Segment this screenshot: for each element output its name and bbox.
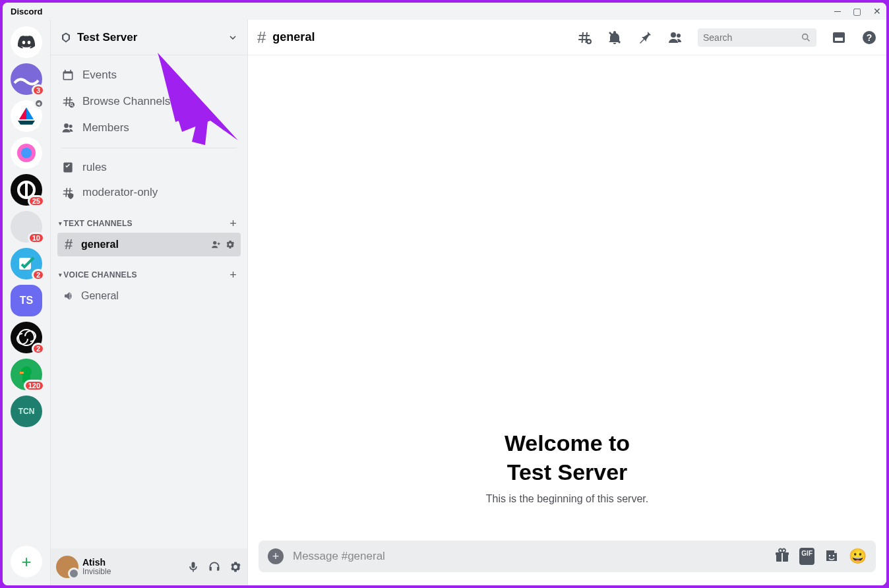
emoji-button[interactable]: 😀 (849, 548, 867, 565)
nav-members[interactable]: Members (56, 115, 242, 141)
composer-actions: GIF 😀 (774, 548, 867, 565)
server-item-srv-p[interactable]: 25 (11, 174, 42, 206)
nav-browse[interactable]: Browse Channels (56, 88, 242, 115)
svg-rect-32 (835, 38, 843, 41)
nav-label: Browse Channels (82, 95, 170, 108)
speaker-icon (63, 290, 75, 302)
svg-marker-0 (19, 107, 26, 119)
welcome-heading: Welcome to Test Server (486, 428, 648, 486)
gear-icon[interactable] (225, 239, 235, 250)
window-controls: ─ ▢ ✕ (834, 6, 881, 16)
message-composer: + GIF 😀 (259, 541, 876, 572)
notification-badge: 2 (32, 269, 45, 281)
channel-label: General (81, 290, 119, 302)
threads-button[interactable] (576, 30, 592, 45)
category-header[interactable]: ▾TEXT CHANNELS+ (56, 216, 242, 231)
server-item-srv-check[interactable]: 2 (11, 248, 42, 279)
server-item-srv-ts[interactable]: TS (11, 285, 42, 316)
svg-rect-26 (588, 40, 590, 43)
settings-button[interactable] (229, 560, 242, 573)
category-header[interactable]: ▾VOICE CHANNELS+ (56, 267, 242, 283)
minimize-button[interactable]: ─ (834, 6, 841, 16)
svg-rect-22 (63, 163, 72, 173)
svg-rect-14 (65, 70, 66, 73)
notification-badge: 10 (28, 232, 45, 244)
search-icon (801, 32, 811, 43)
titlebar: Discord ─ ▢ ✕ (3, 3, 886, 20)
channel-toolbar: ? (576, 28, 877, 47)
attach-button[interactable]: + (268, 548, 284, 564)
channel-content: Welcome to Test Server This is the begin… (248, 55, 886, 541)
user-status: Invisible (82, 568, 183, 577)
channel-general[interactable]: #general (57, 233, 241, 256)
speaker-icon (34, 98, 44, 109)
server-name: Test Server (77, 31, 228, 44)
channel-header: # general ? (248, 20, 886, 55)
maximize-button[interactable]: ▢ (853, 6, 861, 16)
svg-rect-37 (782, 552, 783, 562)
svg-point-28 (671, 32, 676, 38)
server-item-srv-wave[interactable]: 3 (11, 63, 42, 95)
gift-button[interactable] (774, 548, 790, 565)
svg-point-21 (69, 125, 73, 128)
pinned-button[interactable] (637, 30, 653, 45)
svg-point-39 (833, 555, 835, 557)
deafen-button[interactable] (208, 560, 221, 573)
server-rail: 325102TS2120TCN+ (3, 20, 50, 585)
inbox-button[interactable] (831, 30, 847, 45)
hash-shield-icon (61, 186, 75, 199)
server-item-home[interactable] (11, 26, 42, 58)
channel-list: EventsBrowse ChannelsMembers rulesmodera… (51, 55, 247, 548)
server-boost-icon (60, 32, 72, 44)
welcome-line2: Test Server (507, 459, 628, 485)
nav-calendar[interactable]: Events (56, 62, 242, 88)
members-icon (61, 121, 75, 134)
server-item-srv-blank[interactable]: 10 (11, 211, 42, 243)
channel-moderator-only[interactable]: moderator-only (56, 180, 242, 205)
server-header[interactable]: Test Server (51, 20, 247, 55)
server-item-srv-knot[interactable]: 2 (11, 322, 42, 353)
user-panel: Atish Invisible (51, 548, 247, 585)
mute-button[interactable] (187, 560, 200, 573)
svg-text:?: ? (867, 32, 873, 43)
server-item-srv-boat[interactable] (11, 100, 42, 132)
members-button[interactable] (667, 30, 683, 45)
server-item-srv-green[interactable]: 120 (11, 359, 42, 390)
add-channel-button[interactable]: + (230, 217, 239, 231)
category-label: TEXT CHANNELS (63, 219, 230, 228)
help-button[interactable]: ? (861, 30, 877, 45)
chevron-down-icon: ▾ (59, 272, 62, 278)
gif-button[interactable]: GIF (799, 548, 814, 565)
svg-rect-16 (64, 74, 72, 79)
channel-rules[interactable]: rules (56, 155, 242, 180)
welcome-subtitle: This is the beginning of this server. (486, 493, 648, 505)
server-item-srv-face[interactable] (11, 137, 42, 169)
close-button[interactable]: ✕ (873, 6, 881, 16)
app-body: 325102TS2120TCN+ Test Server EventsBrows… (3, 20, 886, 585)
search-box[interactable] (698, 28, 816, 47)
svg-marker-1 (26, 107, 34, 119)
user-info[interactable]: Atish Invisible (82, 557, 183, 577)
notification-badge: 3 (32, 84, 45, 96)
server-item-srv-tcn[interactable]: TCN (11, 396, 42, 427)
channel-label: moderator-only (82, 186, 158, 199)
channel-general[interactable]: General (57, 284, 241, 308)
add-server-button[interactable]: + (11, 546, 42, 577)
hash-icon: # (63, 236, 75, 253)
notifications-button[interactable] (607, 30, 623, 45)
svg-point-4 (21, 148, 32, 158)
invite-icon[interactable] (210, 239, 221, 250)
sticker-button[interactable] (824, 548, 840, 565)
svg-point-20 (64, 123, 69, 128)
hash-icon: # (257, 28, 266, 47)
user-avatar[interactable] (56, 556, 78, 578)
channel-name: general (272, 30, 570, 44)
svg-rect-11 (20, 372, 24, 374)
divider (61, 148, 237, 148)
search-input[interactable] (703, 32, 797, 43)
message-input[interactable] (293, 550, 765, 563)
add-channel-button[interactable]: + (230, 268, 239, 282)
welcome-block: Welcome to Test Server This is the begin… (486, 428, 648, 525)
chevron-down-icon (228, 32, 238, 43)
svg-point-38 (829, 555, 831, 557)
